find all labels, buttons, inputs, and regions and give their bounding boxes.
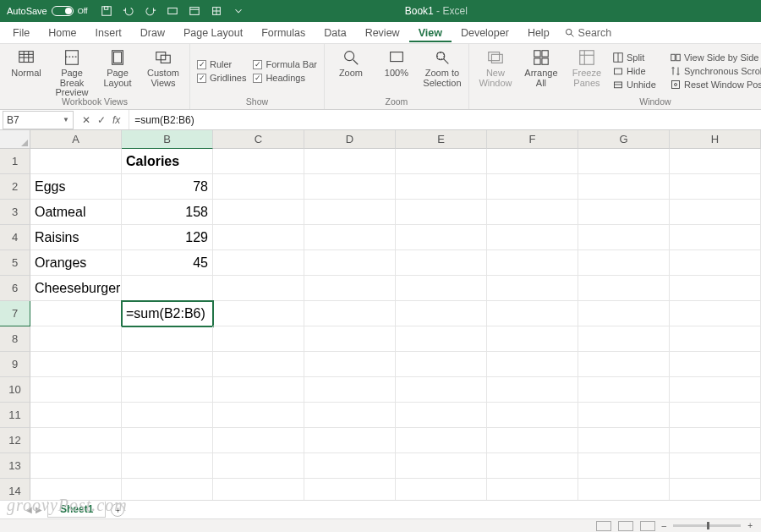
cell[interactable] [30,428,122,453]
tab-developer[interactable]: Developer [452,24,518,42]
column-header[interactable]: D [304,130,396,149]
tab-page-layout[interactable]: Page Layout [174,24,252,42]
cell[interactable] [578,174,670,200]
zoom-button[interactable]: Zoom [331,47,370,79]
cell[interactable] [487,174,578,200]
column-header[interactable]: F [487,130,578,149]
cell[interactable] [487,200,578,225]
cell[interactable]: Calories [122,149,213,174]
hide-button[interactable]: Hide [613,66,664,76]
cell[interactable] [396,428,487,453]
cell[interactable] [396,326,487,352]
zoom-100-button[interactable]: 100% [377,47,416,79]
tab-file[interactable]: File [3,24,39,42]
page-break-preview-button[interactable]: Page Break Preview [52,47,91,98]
cell[interactable] [396,301,487,326]
cell[interactable] [578,149,670,174]
cell[interactable] [670,428,761,453]
save-icon[interactable] [98,3,115,19]
cell[interactable] [304,428,396,453]
cell[interactable] [30,149,122,174]
tell-me-search[interactable]: Search [564,27,612,39]
name-box[interactable]: B7 ▼ [3,111,74,129]
freeze-panes-button[interactable]: Freeze Panes [567,47,606,88]
cell[interactable] [487,403,578,428]
tab-insert[interactable]: Insert [86,24,131,42]
cell[interactable] [670,453,761,479]
cell[interactable] [487,428,578,453]
cell[interactable] [670,352,761,377]
column-header[interactable]: C [213,130,304,149]
cell[interactable] [578,403,670,428]
cell[interactable] [122,453,213,479]
cell[interactable] [487,377,578,403]
page-layout-button[interactable]: Page Layout [98,47,137,88]
cell[interactable] [213,377,304,403]
reset-position-button[interactable]: Reset Window Position [671,80,761,90]
cell[interactable] [396,225,487,250]
cell[interactable] [396,276,487,301]
enter-formula-icon[interactable]: ✓ [97,114,106,126]
row-header[interactable]: 4 [0,225,30,250]
select-all-corner[interactable] [0,130,30,149]
cell[interactable] [578,453,670,479]
cell[interactable] [213,428,304,453]
column-header[interactable]: B [122,130,213,149]
cell[interactable]: 158 [122,200,213,225]
cell[interactable] [396,174,487,200]
normal-view-button[interactable]: Normal [7,47,46,79]
sync-scrolling-button[interactable]: Synchronous Scrolling [671,66,761,76]
row-header[interactable]: 13 [0,453,30,479]
cell[interactable] [122,276,213,301]
formula-input[interactable]: =sum(B2:B6) [129,110,761,129]
qat-dropdown-icon[interactable] [230,3,247,19]
tab-formulas[interactable]: Formulas [252,24,315,42]
cell[interactable] [670,326,761,352]
cell[interactable] [213,453,304,479]
cell[interactable] [304,403,396,428]
page-break-view-icon[interactable] [640,521,655,531]
cell[interactable] [670,276,761,301]
cell[interactable] [396,377,487,403]
fx-icon[interactable]: fx [112,114,120,126]
cell[interactable] [578,377,670,403]
cell[interactable] [487,276,578,301]
row-header[interactable]: 8 [0,326,30,352]
row-header[interactable]: 10 [0,377,30,403]
qat-icon[interactable] [186,3,203,19]
cell[interactable]: 45 [122,250,213,276]
cell[interactable]: =sum(B2:B6) [122,301,213,326]
cell[interactable] [213,149,304,174]
ruler-checkbox[interactable]: ✓Ruler [197,59,246,69]
view-side-by-side-button[interactable]: View Side by Side [671,52,761,63]
tab-help[interactable]: Help [518,24,559,42]
cell[interactable] [304,174,396,200]
cell[interactable] [304,352,396,377]
row-header[interactable]: 5 [0,250,30,276]
cell[interactable] [30,301,122,326]
autosave-toggle[interactable]: AutoSave Off [0,6,95,16]
cell[interactable] [487,352,578,377]
cell[interactable] [670,377,761,403]
cell[interactable] [670,149,761,174]
cell[interactable] [578,428,670,453]
tab-home[interactable]: Home [39,24,85,42]
zoom-selection-button[interactable]: Zoom to Selection [423,47,462,88]
cell[interactable] [30,326,122,352]
sheet-nav-next-icon[interactable]: ▶ [36,505,42,514]
cell[interactable] [396,352,487,377]
cell[interactable] [304,250,396,276]
cell[interactable] [578,225,670,250]
spreadsheet-grid[interactable]: ABCDEFGH1Calories2Eggs783Oatmeal1584Rais… [0,130,761,504]
cell[interactable] [30,403,122,428]
row-header[interactable]: 7 [0,301,30,326]
row-header[interactable]: 6 [0,276,30,301]
row-header[interactable]: 12 [0,428,30,453]
cell[interactable]: Raisins [30,225,122,250]
formula-bar-checkbox[interactable]: ✓Formula Bar [253,59,317,69]
cell[interactable] [487,326,578,352]
cell[interactable] [487,149,578,174]
cell[interactable] [670,250,761,276]
cell[interactable] [30,352,122,377]
cell[interactable]: Cheeseburger [30,276,122,301]
